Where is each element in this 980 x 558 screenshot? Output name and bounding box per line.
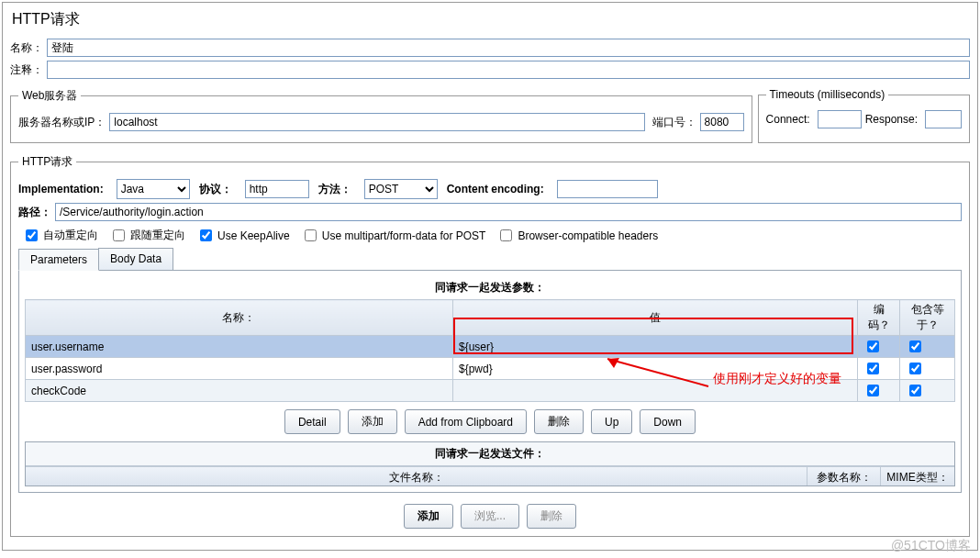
include-checkbox[interactable] (909, 363, 921, 374)
options-row: 自动重定向 跟随重定向 Use KeepAlive Use multipart/… (22, 227, 962, 244)
file-col-mime[interactable]: MIME类型： (881, 467, 954, 485)
up-button[interactable]: Up (591, 409, 632, 434)
connect-label: Connect: (766, 113, 810, 126)
panel-title: HTTP请求 (10, 6, 970, 35)
path-input[interactable] (55, 203, 962, 221)
server-label: 服务器名称或IP： (18, 115, 106, 130)
keepalive-checkbox[interactable]: Use KeepAlive (196, 227, 290, 244)
name-row: 名称： (10, 39, 970, 57)
param-value-cell[interactable]: ${user} (452, 336, 857, 358)
files-header: 文件名称： 参数名称： MIME类型： (26, 466, 954, 485)
table-row[interactable]: user.password${pwd} (26, 358, 955, 380)
encode-checkbox[interactable] (867, 363, 879, 374)
encoding-label: Content encoding: (447, 183, 544, 195)
proto-label: 协议： (199, 182, 232, 197)
delete-file-button[interactable]: 删除 (527, 504, 576, 529)
param-include-cell[interactable] (900, 380, 955, 402)
param-value-cell[interactable]: ${pwd} (452, 358, 857, 380)
multipart-input[interactable] (305, 229, 317, 241)
follow-redirect-checkbox[interactable]: 跟随重定向 (109, 227, 185, 244)
file-buttons: 添加 浏览... 删除 (18, 504, 962, 529)
param-include-cell[interactable] (900, 336, 955, 358)
files-section: 同请求一起发送文件： 文件名称： 参数名称： MIME类型： (25, 441, 955, 486)
params-table-wrap: 名称： 值 编码？ 包含等于？ user.username${user}user… (25, 299, 955, 402)
param-name-cell[interactable]: user.password (26, 358, 453, 380)
add-clipboard-button[interactable]: Add from Clipboard (405, 409, 527, 434)
method-select[interactable]: POST (364, 179, 438, 199)
follow-redirect-input[interactable] (113, 229, 125, 241)
add-param-button[interactable]: 添加 (348, 409, 397, 434)
response-label: Response: (865, 113, 918, 126)
files-title: 同请求一起发送文件： (26, 442, 954, 466)
param-name-cell[interactable]: checkCode (26, 380, 453, 402)
include-checkbox[interactable] (909, 385, 921, 396)
browse-file-button[interactable]: 浏览... (461, 504, 519, 529)
col-encode[interactable]: 编码？ (858, 300, 900, 336)
file-col-param[interactable]: 参数名称： (807, 467, 881, 485)
path-label: 路径： (18, 205, 51, 220)
port-input[interactable] (700, 113, 744, 131)
method-label: 方法： (318, 182, 351, 197)
params-buttons: Detail 添加 Add from Clipboard 删除 Up Down (25, 409, 955, 434)
file-col-name[interactable]: 文件名称： (26, 467, 807, 485)
encode-checkbox[interactable] (867, 385, 879, 396)
auto-redirect-input[interactable] (26, 229, 38, 241)
table-row[interactable]: checkCode (26, 380, 955, 402)
server-input[interactable] (109, 113, 644, 131)
web-server-fieldset: Web服务器 服务器名称或IP： 端口号： (10, 88, 752, 143)
keepalive-input[interactable] (200, 229, 212, 241)
col-include[interactable]: 包含等于？ (900, 300, 955, 336)
comment-input[interactable] (47, 61, 970, 79)
timeouts-legend: Timeouts (milliseconds) (766, 88, 889, 101)
multipart-checkbox[interactable]: Use multipart/form-data for POST (301, 227, 486, 244)
delete-param-button[interactable]: 删除 (534, 409, 584, 434)
parameters-tab-body: 同请求一起发送参数： 名称： 值 编码？ 包含等于？ user.username… (18, 271, 962, 493)
http-request-fieldset: HTTP请求 Implementation: Java 协议： 方法： POST… (10, 154, 970, 537)
browser-compat-checkbox[interactable]: Browser-compatible headers (496, 227, 658, 244)
param-include-cell[interactable] (900, 358, 955, 380)
params-table: 名称： 值 编码？ 包含等于？ user.username${user}user… (25, 299, 955, 402)
param-encode-cell[interactable] (858, 358, 900, 380)
auto-redirect-checkbox[interactable]: 自动重定向 (22, 227, 98, 244)
param-value-cell[interactable] (452, 380, 857, 402)
encoding-input[interactable] (557, 180, 658, 198)
add-file-button[interactable]: 添加 (404, 504, 453, 529)
params-title: 同请求一起发送参数： (25, 276, 955, 299)
comment-row: 注释： (10, 61, 970, 79)
comment-label: 注释： (10, 62, 43, 78)
http-request-panel: HTTP请求 名称： 注释： Web服务器 服务器名称或IP： 端口号： Tim… (2, 2, 978, 551)
connect-input[interactable] (818, 110, 862, 128)
tab-body-data[interactable]: Body Data (98, 248, 173, 270)
col-name[interactable]: 名称： (26, 300, 453, 336)
impl-select[interactable]: Java (117, 179, 190, 199)
http-request-legend: HTTP请求 (18, 154, 76, 170)
response-input[interactable] (925, 110, 962, 128)
timeouts-fieldset: Timeouts (milliseconds) Connect: Respons… (758, 88, 970, 143)
port-label: 端口号： (652, 115, 696, 130)
down-button[interactable]: Down (640, 409, 696, 434)
tab-parameters[interactable]: Parameters (18, 249, 99, 271)
table-row[interactable]: user.username${user} (26, 336, 955, 358)
web-server-legend: Web服务器 (18, 88, 81, 104)
col-value[interactable]: 值 (452, 300, 857, 336)
detail-button[interactable]: Detail (284, 409, 340, 434)
proto-input[interactable] (245, 180, 309, 198)
tabs: Parameters Body Data (18, 248, 962, 271)
impl-label: Implementation: (18, 183, 104, 195)
include-checkbox[interactable] (909, 340, 921, 352)
name-input[interactable] (47, 39, 970, 57)
param-encode-cell[interactable] (858, 336, 900, 358)
browser-compat-input[interactable] (500, 229, 512, 241)
param-name-cell[interactable]: user.username (26, 336, 453, 358)
name-label: 名称： (10, 40, 43, 56)
encode-checkbox[interactable] (867, 340, 879, 352)
param-encode-cell[interactable] (858, 380, 900, 402)
